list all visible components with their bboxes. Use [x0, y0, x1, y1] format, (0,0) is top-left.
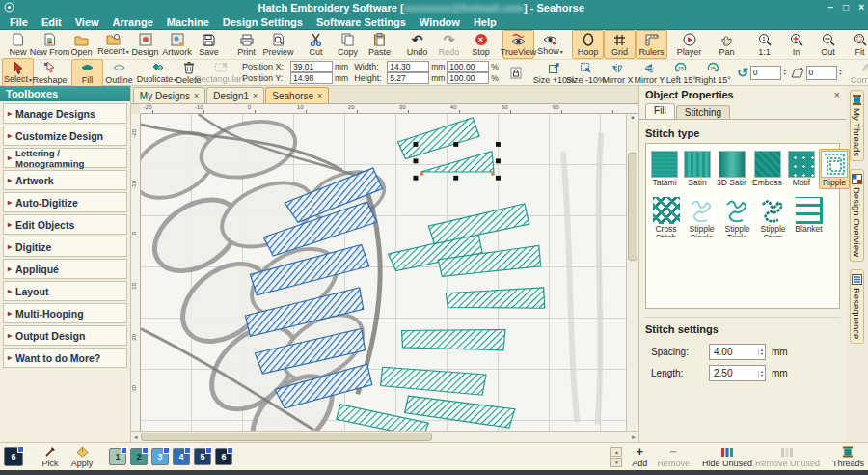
menu-edit[interactable]: Edit	[41, 16, 62, 28]
vtab-resequence[interactable]: Resequence	[850, 269, 864, 344]
preview-button[interactable]: Preview	[262, 30, 294, 59]
rotate-input[interactable]: 0	[750, 66, 781, 80]
save-button[interactable]: Save	[193, 30, 225, 59]
rulers-button[interactable]: Rulers	[636, 30, 667, 59]
pan-button[interactable]: Pan	[711, 30, 743, 59]
vtab-design-overview[interactable]: Design Overview	[850, 169, 864, 262]
tab-close-icon[interactable]: ×	[317, 91, 322, 100]
sidebar-item-layout[interactable]: ▸Layout	[3, 281, 127, 301]
position-x-input[interactable]: 39.01	[290, 61, 333, 72]
size-down-button[interactable]: Size -10%	[570, 59, 602, 87]
grid-button[interactable]: Grid	[604, 30, 636, 59]
add-color-button[interactable]: +Add	[625, 446, 654, 468]
scroll-right-icon[interactable]: ►	[631, 434, 637, 440]
vertical-scrollbar[interactable]: ▲	[626, 114, 638, 431]
player-button[interactable]: Player	[673, 30, 705, 59]
spacing-input[interactable]: 4.00▲▼	[709, 344, 766, 360]
rotate-left-15-button[interactable]: 15Left 15°	[665, 59, 697, 87]
menu-design-settings[interactable]: Design Settings	[223, 16, 303, 28]
sidebar-item-manage-designs[interactable]: ▸Manage Designs	[3, 103, 127, 124]
stitch-type-ripple-selected[interactable]: Ripple	[819, 149, 850, 189]
stitch-type-stipple-stem[interactable]: Stipple Stem	[756, 195, 790, 238]
rotate-right-15-button[interactable]: 15Right 15°	[697, 59, 729, 87]
stitch-type-blanket[interactable]: Blanket	[792, 195, 826, 238]
menu-window[interactable]: Window	[420, 16, 460, 28]
apply-color-button[interactable]: Apply	[68, 446, 96, 468]
palette-color-4[interactable]: 4	[173, 448, 190, 465]
reshape-button[interactable]: Reshape	[34, 59, 66, 87]
vertical-scroll-thumb[interactable]	[628, 153, 637, 261]
design-canvas[interactable]	[141, 114, 626, 431]
stitch-type-embossed[interactable]: Embossed	[750, 149, 784, 189]
sidebar-item-lettering[interactable]: ▸Lettering / Monogramming	[3, 148, 127, 168]
scroll-left-icon[interactable]: ◄	[133, 434, 139, 440]
mirror-x-button[interactable]: Mirror X	[602, 59, 634, 87]
proportional-lock-button[interactable]	[501, 64, 532, 82]
height-input[interactable]: 5.27	[387, 72, 429, 84]
sidebar-item-digitize[interactable]: ▸Digitize	[3, 237, 127, 257]
trueview-button[interactable]: TrueView	[502, 30, 534, 59]
sidebar-item-applique[interactable]: ▸Appliqué	[3, 259, 127, 279]
sidebar-item-edit-objects[interactable]: ▸Edit Objects	[3, 214, 127, 235]
print-button[interactable]: Print	[231, 30, 262, 59]
zoom-in-button[interactable]: In	[780, 30, 812, 59]
stitch-type-stipple-single[interactable]: Stipple Single	[685, 195, 719, 238]
skew-input[interactable]: 0	[806, 66, 837, 80]
skew-spinner[interactable]: ▲▼	[839, 69, 843, 76]
tab-close-icon[interactable]: ×	[253, 91, 258, 100]
sidebar-item-customize-design[interactable]: ▸Customize Design	[3, 126, 127, 146]
scale-y-input[interactable]: 100.00	[447, 72, 489, 84]
tab-close-icon[interactable]: ×	[194, 91, 199, 100]
vtab-my-threads[interactable]: My Threads	[850, 90, 864, 161]
threads-button[interactable]: Threads	[832, 446, 864, 468]
width-input[interactable]: 14.30	[387, 61, 429, 72]
paste-button[interactable]: Paste	[364, 30, 395, 59]
palette-scroll-spinner[interactable]: ▲▼	[610, 447, 622, 467]
spacing-spinner[interactable]: ▲▼	[758, 349, 764, 356]
panel-close-icon[interactable]: ×	[834, 89, 840, 100]
design-button[interactable]: Design	[129, 30, 161, 59]
undo-button[interactable]: ↶Undo	[401, 30, 433, 59]
stitch-type-stipple-triple[interactable]: Stipple Triple	[720, 195, 754, 238]
palette-color-3[interactable]: 3	[151, 448, 169, 465]
hide-unused-button[interactable]: Hide Unused	[702, 446, 752, 468]
stitch-type-3d-satin[interactable]: 3D Satin	[715, 149, 748, 189]
menu-help[interactable]: Help	[474, 16, 497, 28]
show-button[interactable]: Show▾	[534, 30, 566, 59]
stop-button[interactable]: ×Stop	[465, 30, 497, 59]
length-input[interactable]: 2.50▲▼	[709, 365, 766, 381]
cut-button[interactable]: Cut	[300, 30, 332, 59]
sidebar-item-artwork[interactable]: ▸Artwork	[3, 170, 127, 190]
tab-stitching[interactable]: Stitching	[676, 105, 730, 119]
hoop-button[interactable]: Hoop	[572, 30, 604, 59]
new-from-button[interactable]: New From	[34, 30, 66, 59]
menu-machine[interactable]: Machine	[167, 16, 209, 28]
rotate-spinner[interactable]: ▲▼	[783, 69, 787, 76]
sidebar-item-want-more[interactable]: ▸Want to do More?	[3, 348, 127, 368]
duplicate-button[interactable]: Duplicate▾	[141, 58, 173, 87]
sidebar-item-auto-digitize[interactable]: ▸Auto-Digitize	[3, 192, 127, 212]
fill-button[interactable]: Fill	[71, 59, 103, 87]
tab-fill[interactable]: Fill	[645, 103, 675, 119]
outline-button[interactable]: Outline	[103, 59, 135, 87]
open-button[interactable]: Open	[66, 30, 97, 59]
menu-file[interactable]: File	[10, 16, 28, 28]
recent-button[interactable]: Recent▾	[97, 30, 129, 59]
tab-seahorse[interactable]: Seahorse×	[265, 87, 329, 103]
menu-software-settings[interactable]: Software Settings	[316, 16, 406, 28]
horizontal-scrollbar[interactable]: ◄ ►	[131, 431, 638, 442]
stitch-type-tatami[interactable]: Tatami	[649, 149, 680, 189]
tab-design1[interactable]: Design1×	[206, 87, 264, 103]
mirror-y-button[interactable]: Mirror Y	[634, 59, 665, 87]
palette-color-2[interactable]: 2	[130, 448, 148, 465]
minimize-button[interactable]: –	[828, 2, 834, 13]
zoom-1to1-button[interactable]: 11:1	[748, 30, 780, 59]
sidebar-item-output-design[interactable]: ▸Output Design	[3, 325, 127, 346]
stitch-type-cross[interactable]: Cross Stitch	[649, 195, 683, 238]
scroll-up-icon[interactable]: ▲	[630, 114, 636, 120]
tab-my-designs[interactable]: My Designs×	[133, 87, 206, 103]
stitch-type-satin[interactable]: Satin	[682, 149, 713, 189]
palette-color-5[interactable]: 5	[194, 448, 211, 465]
position-y-input[interactable]: 14.98	[290, 72, 333, 84]
zoom-out-button[interactable]: Out	[812, 30, 844, 59]
